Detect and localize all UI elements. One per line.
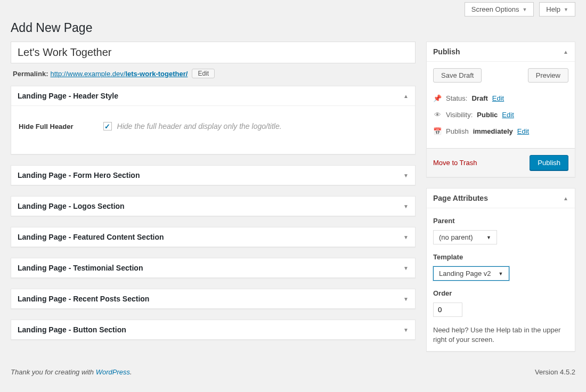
chevron-down-icon: ▼ [403,173,409,178]
metabox-toggle[interactable]: Landing Page - Logos Section ▼ [11,197,415,216]
chevron-down-icon: ▼ [499,271,503,276]
footer-version: Version 4.5.2 [535,368,575,376]
parent-select[interactable]: (no parent) ▼ [433,230,497,244]
hide-header-checkbox[interactable]: ✓ [103,122,112,130]
screen-options-button[interactable]: Screen Options ▼ [465,2,534,17]
metabox-title: Landing Page - Recent Posts Section [18,295,149,303]
publish-button[interactable]: Publish [530,155,568,170]
publish-box-toggle[interactable]: Publish ▲ [427,42,575,62]
chevron-down-icon: ▼ [403,327,409,333]
metabox-title: Landing Page - Header Style [18,92,118,100]
visibility-value: Public [477,111,498,119]
chevron-up-icon: ▲ [563,49,568,55]
metabox-title: Landing Page - Testimonial Section [18,264,143,272]
page-title: Add New Page [0,17,586,42]
metabox-toggle[interactable]: Landing Page - Testimonial Section ▼ [11,258,415,277]
publish-box-title: Publish [433,47,460,56]
metabox-featured-content: Landing Page - Featured Content Section … [11,227,416,247]
chevron-down-icon: ▼ [403,296,409,302]
page-attributes-help-text: Need help? Use the Help tab in the upper… [433,325,568,345]
permalink-edit-button[interactable]: Edit [192,69,215,78]
page-attributes-toggle[interactable]: Page Attributes ▲ [427,189,575,208]
status-label: Status: [446,94,467,102]
permalink-link[interactable]: http://www.example.dev/lets-work-togethe… [50,70,188,78]
move-to-trash-link[interactable]: Move to Trash [433,159,477,167]
status-edit-link[interactable]: Edit [492,94,504,102]
chevron-up-icon: ▲ [563,195,568,201]
preview-button[interactable]: Preview [528,68,568,83]
order-input[interactable] [433,303,462,317]
metabox-toggle[interactable]: Landing Page - Featured Content Section … [11,227,415,247]
page-attributes-title: Page Attributes [433,194,488,202]
chevron-up-icon: ▲ [403,93,409,99]
order-label: Order [433,289,568,297]
save-draft-button[interactable]: Save Draft [433,68,482,83]
metabox-toggle[interactable]: Landing Page - Recent Posts Section ▼ [11,289,415,308]
metabox-toggle[interactable]: Landing Page - Button Section ▼ [11,320,415,339]
schedule-value: immediately [473,127,513,135]
hide-header-label: Hide Full Header [19,123,74,130]
template-select[interactable]: Landing Page v2 ▼ [433,266,509,281]
chevron-down-icon: ▼ [403,234,409,240]
schedule-edit-link[interactable]: Edit [517,127,529,135]
status-value: Draft [471,94,487,102]
chevron-down-icon: ▼ [403,203,409,209]
footer-thanks: Thank you for creating with WordPress. [11,368,132,376]
publish-box: Publish ▲ Save Draft Preview 📌 Status: D… [426,42,575,177]
metabox-title: Landing Page - Form Hero Section [18,171,140,179]
metabox-toggle[interactable]: Landing Page - Header Style ▲ [11,86,415,106]
metabox-logos: Landing Page - Logos Section ▼ [11,196,416,216]
chevron-down-icon: ▼ [486,235,491,240]
schedule-label: Publish [446,127,469,135]
wordpress-link[interactable]: WordPress [96,368,130,376]
parent-label: Parent [433,217,568,225]
post-title-input[interactable] [11,42,416,63]
metabox-button-section: Landing Page - Button Section ▼ [11,320,416,340]
chevron-down-icon: ▼ [522,7,527,12]
screen-options-label: Screen Options [471,5,519,13]
metabox-testimonial: Landing Page - Testimonial Section ▼ [11,258,416,278]
metabox-title: Landing Page - Featured Content Section [18,233,164,241]
metabox-recent-posts: Landing Page - Recent Posts Section ▼ [11,289,416,309]
metabox-toggle[interactable]: Landing Page - Form Hero Section ▼ [11,166,415,185]
visibility-edit-link[interactable]: Edit [502,111,514,119]
chevron-down-icon: ▼ [403,265,409,271]
chevron-down-icon: ▼ [564,7,568,12]
permalink-row: Permalink: http://www.example.dev/lets-w… [11,63,416,86]
metabox-title: Landing Page - Button Section [18,325,126,334]
parent-value: (no parent) [439,233,473,241]
help-label: Help [546,5,560,13]
metabox-header-style: Landing Page - Header Style ▲ Hide Full … [11,86,416,154]
hide-header-description: Hide the full header and display only th… [117,122,282,130]
page-attributes-box: Page Attributes ▲ Parent (no parent) ▼ T… [426,188,575,352]
template-value: Landing Page v2 [439,270,491,277]
pin-icon: 📌 [433,94,442,102]
template-label: Template [433,253,568,261]
help-button[interactable]: Help ▼ [539,2,575,17]
permalink-label: Permalink: [13,70,48,78]
visibility-label: Visibility: [446,111,473,119]
metabox-form-hero: Landing Page - Form Hero Section ▼ [11,165,416,185]
eye-icon: 👁 [433,111,442,119]
calendar-icon: 📅 [433,127,442,135]
metabox-title: Landing Page - Logos Section [18,202,125,210]
